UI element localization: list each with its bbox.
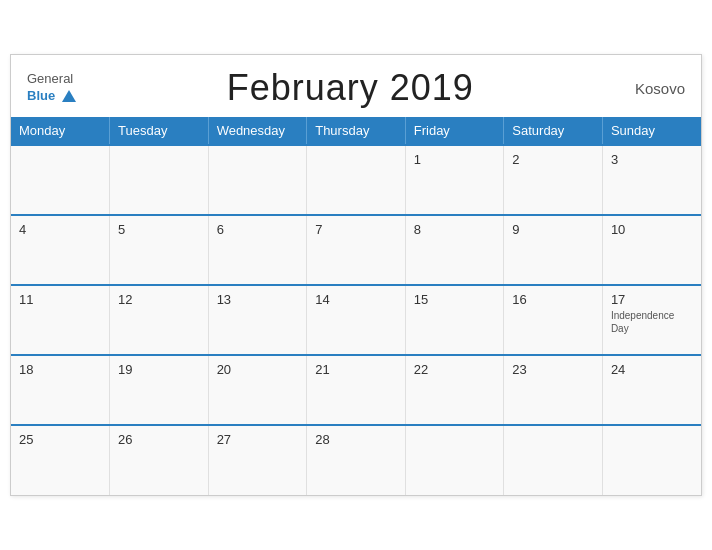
day-number: 21: [315, 362, 397, 377]
weekday-tuesday: Tuesday: [110, 117, 209, 145]
calendar-day-cell: 3: [602, 145, 701, 215]
day-number: 20: [217, 362, 299, 377]
calendar-day-cell: [307, 145, 406, 215]
day-number: 10: [611, 222, 693, 237]
calendar-day-cell: 23: [504, 355, 603, 425]
day-number: 11: [19, 292, 101, 307]
calendar: General Blue February 2019 Kosovo Monday…: [10, 54, 702, 496]
calendar-day-cell: 16: [504, 285, 603, 355]
weekday-saturday: Saturday: [504, 117, 603, 145]
logo-triangle-icon: [62, 90, 76, 102]
calendar-day-cell: 9: [504, 215, 603, 285]
day-number: 5: [118, 222, 200, 237]
day-number: 22: [414, 362, 496, 377]
day-number: 14: [315, 292, 397, 307]
calendar-title: February 2019: [76, 67, 625, 109]
day-number: 1: [414, 152, 496, 167]
day-number: 15: [414, 292, 496, 307]
day-number: 27: [217, 432, 299, 447]
calendar-week-row: 45678910: [11, 215, 701, 285]
calendar-week-row: 25262728: [11, 425, 701, 495]
calendar-day-cell: [11, 145, 110, 215]
calendar-day-cell: 6: [208, 215, 307, 285]
day-number: 9: [512, 222, 594, 237]
day-event: Independence Day: [611, 309, 693, 335]
calendar-day-cell: 12: [110, 285, 209, 355]
day-number: 18: [19, 362, 101, 377]
day-number: 24: [611, 362, 693, 377]
day-number: 3: [611, 152, 693, 167]
day-number: 2: [512, 152, 594, 167]
calendar-day-cell: 18: [11, 355, 110, 425]
calendar-day-cell: 27: [208, 425, 307, 495]
calendar-day-cell: 24: [602, 355, 701, 425]
weekday-friday: Friday: [405, 117, 504, 145]
calendar-day-cell: 22: [405, 355, 504, 425]
calendar-week-row: 123: [11, 145, 701, 215]
calendar-day-cell: 10: [602, 215, 701, 285]
logo: General Blue: [27, 72, 76, 104]
weekday-thursday: Thursday: [307, 117, 406, 145]
day-number: 17: [611, 292, 693, 307]
calendar-header: General Blue February 2019 Kosovo: [11, 55, 701, 117]
calendar-day-cell: 28: [307, 425, 406, 495]
calendar-day-cell: 4: [11, 215, 110, 285]
day-number: 12: [118, 292, 200, 307]
calendar-day-cell: 2: [504, 145, 603, 215]
day-number: 19: [118, 362, 200, 377]
calendar-day-cell: [504, 425, 603, 495]
day-number: 6: [217, 222, 299, 237]
calendar-day-cell: [405, 425, 504, 495]
logo-general-text: General: [27, 72, 76, 86]
calendar-day-cell: 11: [11, 285, 110, 355]
calendar-day-cell: 5: [110, 215, 209, 285]
calendar-day-cell: [110, 145, 209, 215]
calendar-day-cell: [602, 425, 701, 495]
calendar-day-cell: 26: [110, 425, 209, 495]
calendar-day-cell: 14: [307, 285, 406, 355]
logo-blue-label: Blue: [27, 88, 55, 103]
calendar-day-cell: 25: [11, 425, 110, 495]
calendar-day-cell: 17Independence Day: [602, 285, 701, 355]
calendar-day-cell: [208, 145, 307, 215]
calendar-day-cell: 8: [405, 215, 504, 285]
day-number: 25: [19, 432, 101, 447]
logo-blue-text: Blue: [27, 86, 76, 104]
calendar-day-cell: 19: [110, 355, 209, 425]
calendar-day-cell: 1: [405, 145, 504, 215]
calendar-day-cell: 7: [307, 215, 406, 285]
weekday-monday: Monday: [11, 117, 110, 145]
calendar-day-cell: 15: [405, 285, 504, 355]
weekday-header-row: Monday Tuesday Wednesday Thursday Friday…: [11, 117, 701, 145]
day-number: 23: [512, 362, 594, 377]
day-number: 13: [217, 292, 299, 307]
day-number: 7: [315, 222, 397, 237]
calendar-week-row: 11121314151617Independence Day: [11, 285, 701, 355]
day-number: 8: [414, 222, 496, 237]
day-number: 26: [118, 432, 200, 447]
calendar-grid: Monday Tuesday Wednesday Thursday Friday…: [11, 117, 701, 495]
calendar-week-row: 18192021222324: [11, 355, 701, 425]
calendar-day-cell: 20: [208, 355, 307, 425]
day-number: 28: [315, 432, 397, 447]
calendar-country: Kosovo: [625, 80, 685, 97]
weekday-wednesday: Wednesday: [208, 117, 307, 145]
calendar-day-cell: 21: [307, 355, 406, 425]
weekday-sunday: Sunday: [602, 117, 701, 145]
day-number: 16: [512, 292, 594, 307]
day-number: 4: [19, 222, 101, 237]
calendar-day-cell: 13: [208, 285, 307, 355]
